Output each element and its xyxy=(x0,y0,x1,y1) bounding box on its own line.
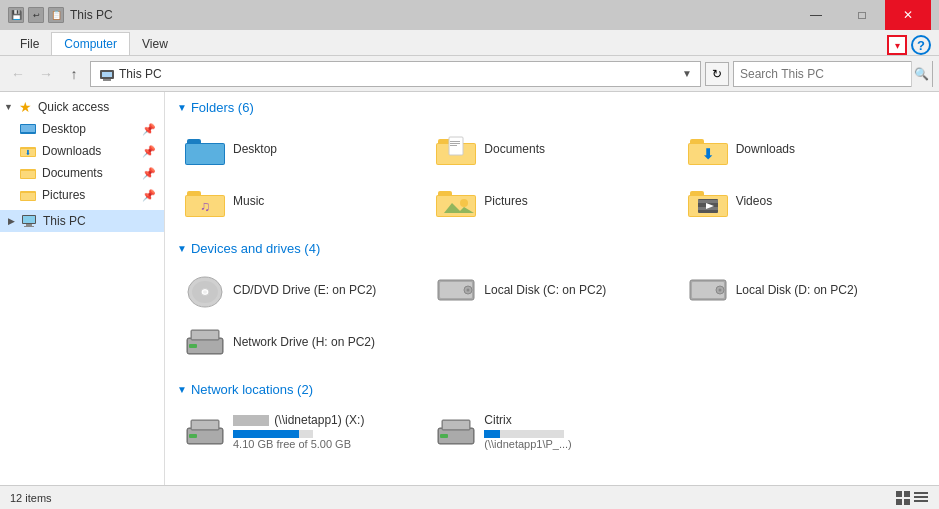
back-button[interactable]: ← xyxy=(6,62,30,86)
svg-rect-74 xyxy=(904,491,910,497)
folder-item-pictures[interactable]: Pictures xyxy=(428,177,675,225)
network-item-citrix[interactable]: Citrix (\\idnetapp1\P_...) xyxy=(428,407,675,456)
pin-icon: 📌 xyxy=(142,145,156,158)
help-button[interactable]: ? xyxy=(911,35,931,55)
music-folder-icon: ♫ xyxy=(185,183,225,219)
downloads-folder-icon: ⬇ xyxy=(20,143,36,159)
network-grid: (\\idnetapp1) (X:) 4.10 GB free of 5.00 … xyxy=(177,407,927,456)
folder-music-label: Music xyxy=(233,194,264,208)
svg-rect-72 xyxy=(443,421,469,429)
svg-point-38 xyxy=(460,199,468,207)
desktop-folder-icon xyxy=(20,121,36,137)
folder-item-music[interactable]: ♫ Music xyxy=(177,177,424,225)
sidebar-item-pictures[interactable]: Pictures 📌 xyxy=(0,184,164,206)
tab-file[interactable]: File xyxy=(8,33,51,55)
save-icon[interactable]: 💾 xyxy=(8,7,24,23)
folders-grid: Desktop Documents xyxy=(177,125,927,225)
svg-rect-65 xyxy=(189,434,197,438)
svg-rect-4 xyxy=(21,125,35,132)
undo-icon[interactable]: ↩ xyxy=(28,7,44,23)
maximize-button[interactable]: □ xyxy=(839,0,885,30)
drive-item-h[interactable]: Network Drive (H: on PC2) xyxy=(177,318,424,366)
local-disk-d-label: Local Disk (D: on PC2) xyxy=(736,283,858,297)
nav-bar: ← → ↑ This PC ▼ ↻ 🔍 xyxy=(0,56,939,92)
tab-view[interactable]: View xyxy=(130,33,180,55)
address-bar[interactable]: This PC ▼ xyxy=(90,61,701,87)
ribbon-expand-button[interactable]: ▾ xyxy=(887,35,907,55)
network-x-info: (\\idnetapp1) (X:) 4.10 GB free of 5.00 … xyxy=(233,413,364,450)
folder-desktop-label: Desktop xyxy=(233,142,277,156)
large-icons-view-button[interactable] xyxy=(895,490,911,506)
sidebar-item-this-pc[interactable]: ▶ This PC xyxy=(0,210,164,232)
svg-point-57 xyxy=(718,289,721,292)
properties-icon[interactable]: 📋 xyxy=(48,7,64,23)
network-citrix-bar-container xyxy=(484,430,564,438)
folders-section-title[interactable]: ▼ Folders (6) xyxy=(177,100,927,115)
search-input[interactable] xyxy=(734,67,911,81)
item-count: 12 items xyxy=(10,492,52,504)
star-icon: ★ xyxy=(19,99,32,115)
sidebar-item-documents[interactable]: Documents 📌 xyxy=(0,162,164,184)
svg-rect-70 xyxy=(440,434,448,438)
address-dropdown-arrow[interactable]: ▼ xyxy=(682,68,692,79)
title-bar-left: 💾 ↩ 📋 This PC xyxy=(8,7,113,23)
desktop-folder-icon xyxy=(185,131,225,167)
pin-icon: 📌 xyxy=(142,189,156,202)
close-button[interactable]: ✕ xyxy=(885,0,931,30)
network-citrix-sub: (\\idnetapp1\P_...) xyxy=(484,438,571,450)
drive-item-c[interactable]: Local Disk (C: on PC2) xyxy=(428,266,675,314)
this-pc-icon xyxy=(21,213,37,229)
folder-item-downloads[interactable]: ⬇ Downloads xyxy=(680,125,927,173)
network-x-icon xyxy=(185,414,225,450)
svg-rect-2 xyxy=(103,79,111,81)
forward-button[interactable]: → xyxy=(34,62,58,86)
network-item-x[interactable]: (\\idnetapp1) (X:) 4.10 GB free of 5.00 … xyxy=(177,407,424,456)
view-icons xyxy=(895,490,929,506)
status-bar: 12 items xyxy=(0,485,939,509)
folder-downloads-label: Downloads xyxy=(736,142,795,156)
svg-rect-75 xyxy=(896,499,902,505)
local-disk-c-label: Local Disk (C: on PC2) xyxy=(484,283,606,297)
svg-rect-76 xyxy=(904,499,910,505)
network-x-name: (\\idnetapp1) (X:) xyxy=(233,413,364,427)
list-view-button[interactable] xyxy=(913,490,929,506)
network-citrix-icon xyxy=(436,414,476,450)
content-area: ▼ Folders (6) Desktop xyxy=(165,92,939,485)
search-bar[interactable]: 🔍 xyxy=(733,61,933,87)
tab-computer[interactable]: Computer xyxy=(51,32,130,55)
network-section-title[interactable]: ▼ Network locations (2) xyxy=(177,382,927,397)
svg-rect-60 xyxy=(189,344,197,348)
folder-item-documents[interactable]: Documents xyxy=(428,125,675,173)
svg-rect-79 xyxy=(914,500,928,502)
sidebar-item-downloads[interactable]: ⬇ Downloads 📌 xyxy=(0,140,164,162)
svg-point-53 xyxy=(467,289,470,292)
window-title: This PC xyxy=(70,8,113,22)
pictures-folder-icon xyxy=(436,183,476,219)
pin-icon: 📌 xyxy=(142,123,156,136)
network-drive-h-label: Network Drive (H: on PC2) xyxy=(233,335,375,349)
search-button[interactable]: 🔍 xyxy=(911,61,932,87)
documents-folder-icon xyxy=(20,165,36,181)
drive-item-d[interactable]: Local Disk (D: on PC2) xyxy=(680,266,927,314)
svg-rect-67 xyxy=(192,421,218,429)
svg-rect-18 xyxy=(186,144,224,164)
sidebar-quick-access-header[interactable]: ▼ ★ Quick access xyxy=(0,96,164,118)
pictures-folder-icon xyxy=(20,187,36,203)
drives-grid: CD/DVD Drive (E: on PC2) Local Disk (C: … xyxy=(177,266,927,366)
svg-text:⬇: ⬇ xyxy=(702,146,714,162)
drive-item-cdvd[interactable]: CD/DVD Drive (E: on PC2) xyxy=(177,266,424,314)
svg-rect-73 xyxy=(896,491,902,497)
svg-rect-62 xyxy=(192,331,218,339)
folder-item-videos[interactable]: Videos xyxy=(680,177,927,225)
netdrive-h-icon xyxy=(185,324,225,360)
sidebar-item-desktop[interactable]: Desktop 📌 xyxy=(0,118,164,140)
folder-item-desktop[interactable]: Desktop xyxy=(177,125,424,173)
drives-section-title[interactable]: ▼ Devices and drives (4) xyxy=(177,241,927,256)
sidebar-quick-access-label: Quick access xyxy=(38,100,109,114)
sidebar-documents-label: Documents xyxy=(42,166,103,180)
network-chevron-icon: ▼ xyxy=(177,384,187,395)
minimize-button[interactable]: — xyxy=(793,0,839,30)
refresh-button[interactable]: ↻ xyxy=(705,62,729,86)
folders-chevron-icon: ▼ xyxy=(177,102,187,113)
up-button[interactable]: ↑ xyxy=(62,62,86,86)
